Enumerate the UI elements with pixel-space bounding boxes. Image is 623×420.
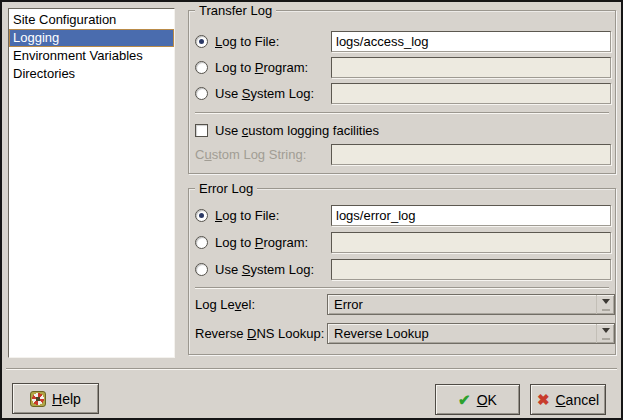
error-use-system-log-label: Use System Log:	[215, 262, 314, 277]
error-log-to-program-label: Log to Program:	[215, 235, 308, 250]
ok-button-label: OK	[477, 392, 497, 408]
help-button-label: Help	[52, 391, 81, 407]
use-custom-logging-facilities-checkbox[interactable]	[195, 124, 208, 137]
custom-log-string-label: Custom Log String:	[195, 147, 306, 162]
config-section-list: Site Configuration Logging Environment V…	[8, 8, 175, 358]
error-log-program-input	[331, 232, 611, 253]
transfer-system-log-input	[331, 83, 611, 104]
ok-button[interactable]: ✔ OK	[435, 384, 520, 415]
error-log-frame: Error Log Log to File: Log to Program: U…	[188, 188, 616, 355]
x-icon: ✖	[537, 391, 550, 409]
cancel-button[interactable]: ✖ Cancel	[530, 384, 606, 415]
use-custom-logging-facilities-label: Use custom logging facilities	[215, 123, 379, 138]
action-area-separator	[6, 368, 617, 370]
error-log-frame-title: Error Log	[195, 181, 257, 196]
custom-log-string-input	[331, 144, 611, 165]
dropdown-arrow-icon	[596, 324, 614, 343]
error-system-log-input	[331, 259, 611, 280]
error-log-file-input[interactable]	[331, 205, 611, 226]
log-level-value: Error	[328, 295, 596, 314]
sidebar-item-logging[interactable]: Logging	[9, 29, 174, 47]
dropdown-arrow-icon	[596, 295, 614, 314]
error-use-system-log-radio[interactable]	[195, 263, 208, 276]
check-icon: ✔	[458, 391, 471, 409]
transfer-use-system-log-radio[interactable]	[195, 87, 208, 100]
log-level-label: Log Level:	[195, 297, 255, 312]
transfer-log-frame: Transfer Log Log to File: Log to Program…	[188, 10, 616, 174]
logging-settings-dialog: Site Configuration Logging Environment V…	[0, 0, 623, 420]
sidebar-item-directories[interactable]: Directories	[9, 65, 174, 83]
transfer-log-program-input	[331, 57, 611, 78]
transfer-log-to-file-radio[interactable]	[195, 35, 208, 48]
log-level-select[interactable]: Error	[327, 294, 615, 315]
transfer-use-system-log-label: Use System Log:	[215, 86, 314, 101]
transfer-log-separator	[195, 112, 609, 114]
reverse-dns-lookup-select[interactable]: Reverse Lookup	[327, 323, 615, 344]
transfer-log-to-program-label: Log to Program:	[215, 60, 308, 75]
sidebar-item-environment-variables[interactable]: Environment Variables	[9, 47, 174, 65]
error-log-to-program-radio[interactable]	[195, 236, 208, 249]
transfer-log-frame-title: Transfer Log	[195, 3, 276, 18]
sidebar-item-site-configuration[interactable]: Site Configuration	[9, 11, 174, 29]
transfer-log-to-file-label: Log to File:	[215, 34, 279, 49]
reverse-dns-lookup-label: Reverse DNS Lookup:	[195, 326, 324, 341]
transfer-log-file-input[interactable]	[331, 31, 611, 52]
error-log-to-file-label: Log to File:	[215, 208, 279, 223]
error-log-to-file-radio[interactable]	[195, 209, 208, 222]
help-button[interactable]: Help	[12, 383, 99, 414]
cancel-button-label: Cancel	[555, 392, 599, 408]
help-lifebuoy-icon	[30, 391, 46, 407]
reverse-dns-lookup-value: Reverse Lookup	[328, 324, 596, 343]
error-log-separator	[195, 287, 609, 289]
transfer-log-to-program-radio[interactable]	[195, 61, 208, 74]
